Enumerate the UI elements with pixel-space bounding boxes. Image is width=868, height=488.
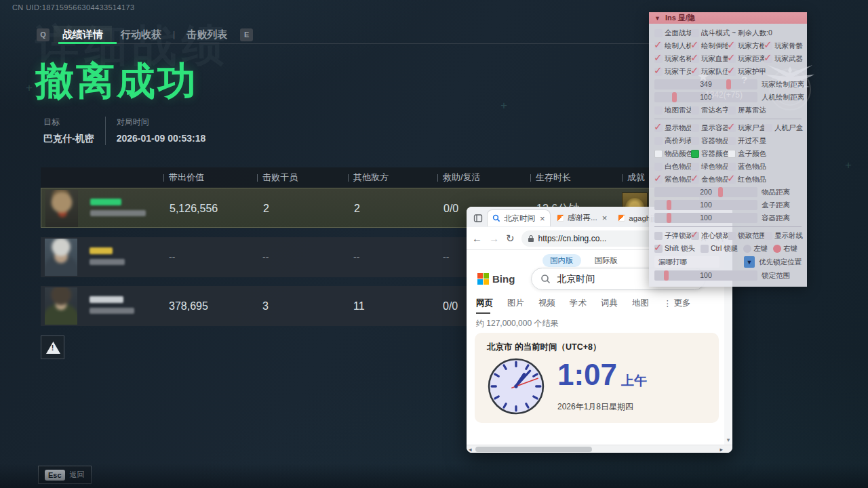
checkbox-box[interactable]	[654, 163, 663, 171]
checkbox-玩家护甲[interactable]: ✓玩家护甲	[728, 67, 764, 77]
checkbox-显示物品[interactable]: ✓显示物品	[654, 123, 691, 133]
slider[interactable]: 100	[654, 213, 757, 223]
cheat-menu-header[interactable]: ▼ Ins 显/隐	[649, 12, 807, 24]
checkbox-box[interactable]	[691, 137, 699, 145]
radio-circle[interactable]	[743, 245, 751, 253]
checkbox-地图雷达[interactable]: 地图雷达	[654, 106, 691, 115]
checkbox-box[interactable]	[764, 124, 772, 132]
checkbox-玩家方框[interactable]: ✓玩家方框	[728, 41, 764, 51]
checkbox-Ctrl 锁腿[interactable]: Ctrl 锁腿	[701, 244, 738, 253]
checkbox-box[interactable]	[728, 163, 736, 171]
checkbox-人机尸盒[interactable]: 人机尸盒	[764, 123, 801, 133]
checkbox-绿色物品[interactable]: 绿色物品	[691, 162, 728, 171]
checkbox-box[interactable]	[654, 106, 663, 115]
serp-more-menu[interactable]: ⋮更多	[663, 298, 691, 309]
checkbox-紫色物品[interactable]: ✓紫色物品	[654, 175, 691, 184]
checkbox-box[interactable]	[691, 29, 699, 37]
checkbox-玩家尸盒[interactable]: ✓玩家尸盒	[728, 123, 764, 133]
checkbox-子弹锁敌[interactable]: 子弹锁敌	[654, 231, 691, 241]
tab-close-icon[interactable]: ×	[602, 213, 608, 223]
tab-击败列表[interactable]: 击败列表	[178, 26, 236, 43]
checkbox-box[interactable]	[691, 106, 699, 115]
scroll-right-arrow-icon[interactable]: ▸	[719, 445, 723, 453]
checkbox-box[interactable]	[728, 232, 736, 240]
serp-tab-网页[interactable]: 网页	[476, 298, 493, 309]
checkbox-锁敌范围[interactable]: 锁敌范围	[728, 231, 764, 241]
stat-cell: --	[437, 237, 449, 277]
radio-circle[interactable]	[773, 245, 781, 253]
browser-tab[interactable]: 北京时间×	[487, 209, 551, 226]
checkbox-玩家血量[interactable]: ✓玩家血量	[691, 54, 728, 64]
checkbox-容器物品[interactable]: 容器物品	[691, 136, 728, 146]
back-icon[interactable]: ←	[472, 232, 482, 244]
slider[interactable]: 100	[654, 92, 757, 102]
tab-close-icon[interactable]: ×	[540, 214, 545, 224]
checkbox-雷达名字[interactable]: 雷达名字	[691, 106, 728, 115]
radio-左键[interactable]: 左键	[743, 244, 768, 253]
checkbox-box[interactable]	[728, 106, 736, 115]
forward-icon[interactable]: →	[489, 232, 499, 244]
refresh-icon[interactable]: ↻	[506, 232, 515, 245]
serp-tab-词典[interactable]: 词典	[601, 298, 618, 309]
slider[interactable]: 200	[654, 187, 757, 197]
region-tab-国际版[interactable]: 国际版	[591, 254, 623, 267]
cheat-menu-body: 全面战场战斗模式~ 剩余人数:0✓绘制人机✓绘制倒地✓玩家方框✓玩家骨骼✓玩家名…	[649, 24, 807, 287]
slider[interactable]: 100	[654, 200, 757, 210]
checkbox-金色物品[interactable]: ✓金色物品	[691, 175, 728, 184]
checkbox-玩家干员[interactable]: ✓玩家干员	[654, 67, 691, 77]
checkbox-box[interactable]	[654, 232, 663, 240]
color-swatch-容器颜色[interactable]: 容器颜色	[691, 149, 728, 159]
browser-tab[interactable]: 感谢再...×	[552, 209, 612, 226]
serp-tab-学术[interactable]: 学术	[570, 298, 587, 309]
tab-list-icon[interactable]	[473, 214, 483, 223]
checkbox-box[interactable]	[654, 137, 663, 145]
checkbox-全面战场[interactable]: 全面战场	[654, 28, 691, 38]
swatch-box[interactable]	[691, 150, 699, 158]
scroll-down-arrow-icon[interactable]: ▾	[724, 436, 732, 443]
decor-plus: +	[26, 81, 33, 95]
checkbox-box[interactable]	[701, 245, 709, 253]
swatch-box[interactable]	[728, 150, 736, 158]
checkbox-玩家距离[interactable]: ✓玩家距离	[728, 54, 764, 64]
checkbox-box[interactable]	[728, 137, 736, 145]
checkbox-Shift 锁头[interactable]: ✓Shift 锁头	[654, 244, 695, 253]
slider[interactable]: 349	[654, 79, 757, 89]
checkbox-box[interactable]	[654, 29, 663, 37]
checkbox-战斗模式[interactable]: 战斗模式	[691, 28, 728, 38]
scroll-left-arrow-icon[interactable]: ◂	[469, 445, 472, 453]
priority-dropdown[interactable]: 漏哪打哪	[654, 256, 719, 268]
checkbox-box[interactable]	[691, 163, 699, 171]
active-tab-underline	[58, 42, 117, 44]
horizontal-scrollbar[interactable]: ◂ ▸	[467, 445, 732, 453]
checkbox-玩家队伍[interactable]: ✓玩家队伍	[691, 67, 728, 77]
checkbox-准心锁敌[interactable]: ✓准心锁敌	[691, 231, 728, 241]
checkbox-显示容器[interactable]: 显示容器	[691, 123, 728, 133]
checkbox-玩家武器[interactable]: ✓玩家武器	[764, 54, 801, 64]
checkbox-高价列表[interactable]: 高价列表	[654, 136, 691, 146]
tab-战绩详情[interactable]: 战绩详情	[54, 26, 112, 43]
checkbox-红色物品[interactable]: ✓红色物品	[728, 175, 764, 184]
checkbox-玩家骨骼[interactable]: ✓玩家骨骼	[764, 41, 801, 51]
serp-tab-视频[interactable]: 视频	[538, 298, 555, 309]
dropdown-arrow-icon[interactable]: ▼	[744, 256, 755, 268]
checkbox-显示射线[interactable]: 显示射线	[764, 231, 801, 241]
region-tab-国内版[interactable]: 国内版	[542, 254, 581, 267]
checkbox-屏幕雷达[interactable]: 屏幕雷达	[728, 106, 764, 115]
serp-tab-地图[interactable]: 地图	[632, 298, 649, 309]
swatch-box[interactable]	[654, 150, 663, 158]
color-swatch-物品颜色[interactable]: 物品颜色	[654, 149, 691, 159]
tab-行动收获[interactable]: 行动收获	[112, 26, 170, 43]
checkbox-玩家名称[interactable]: ✓玩家名称	[654, 54, 691, 64]
checkbox-开过不显[interactable]: 开过不显	[728, 136, 764, 146]
checkbox-box[interactable]	[691, 124, 699, 132]
checkbox-绘制倒地[interactable]: ✓绘制倒地	[691, 41, 728, 51]
checkbox-box[interactable]	[764, 232, 772, 240]
checkbox-绘制人机[interactable]: ✓绘制人机	[654, 41, 691, 51]
checkbox-蓝色物品[interactable]: 蓝色物品	[728, 162, 764, 171]
color-swatch-盒子颜色[interactable]: 盒子颜色	[728, 149, 764, 159]
slider[interactable]: 100	[654, 270, 757, 281]
radio-右键[interactable]: 右键	[773, 244, 797, 253]
horizontal-scroll-thumb[interactable]	[475, 447, 592, 452]
serp-tab-图片[interactable]: 图片	[507, 298, 524, 309]
checkbox-白色物品[interactable]: 白色物品	[654, 162, 691, 171]
